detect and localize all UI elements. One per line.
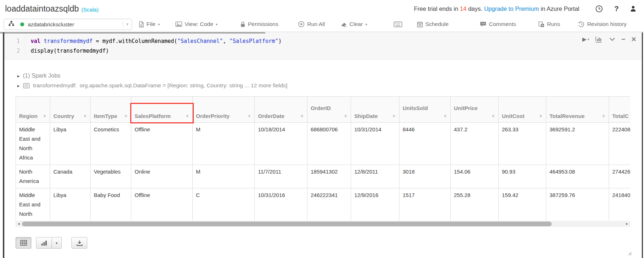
sort-arrow-icon[interactable]: ▼ xyxy=(311,113,348,119)
sort-arrow-icon[interactable]: ▼ xyxy=(124,113,128,119)
shortcuts-button[interactable] xyxy=(394,21,405,27)
trial-prefix: Free trial ends in xyxy=(414,5,460,12)
revision-history-button[interactable]: Revision history xyxy=(578,21,626,27)
column-header-unitcost[interactable]: UnitCost▼ xyxy=(499,97,546,123)
column-header-shipdate[interactable]: ShipDate▼ xyxy=(351,97,399,123)
user-icon[interactable] xyxy=(630,5,637,12)
caret-down-icon: ▾ xyxy=(56,241,57,245)
comments-button[interactable]: Comments xyxy=(480,21,516,27)
revision-history-label: Revision history xyxy=(587,21,626,27)
notebook-language: (Scala) xyxy=(82,6,99,13)
table-cell: 3018 xyxy=(399,165,451,188)
chart-view-button[interactable] xyxy=(36,237,52,249)
sort-arrow-icon[interactable]: ▼ xyxy=(539,113,543,119)
scrollbar-thumb[interactable] xyxy=(22,222,552,226)
sort-arrow-icon[interactable]: ▼ xyxy=(247,113,251,119)
clock-icon[interactable] xyxy=(595,5,603,13)
column-header-region[interactable]: Region▼ xyxy=(16,97,50,123)
column-header-unitssold[interactable]: UnitsSold▼ xyxy=(399,97,451,123)
permissions-label: Permissions xyxy=(248,21,278,27)
help-icon[interactable]: ? xyxy=(614,5,619,13)
caret-down-icon: ▾ xyxy=(588,38,590,41)
column-header-orderpriority[interactable]: OrderPriority▼ xyxy=(193,97,255,123)
permissions-button[interactable]: Permissions xyxy=(240,21,278,27)
table-cell: Cosmetics xyxy=(91,123,131,165)
table-cell: 263.33 xyxy=(499,123,546,165)
run-cell-button[interactable]: ▶▾ xyxy=(582,36,589,43)
table-cell: 1517 xyxy=(399,188,451,221)
trial-suffix: in Azure Portal xyxy=(539,5,579,12)
table-view-button[interactable] xyxy=(16,237,31,249)
sort-arrow-icon[interactable]: ▼ xyxy=(83,113,87,119)
chevron-down-icon: ▾ xyxy=(126,22,128,27)
file-menu-label: File xyxy=(146,21,155,27)
table-cell: Online xyxy=(131,165,193,188)
spark-jobs-toggle[interactable]: ▸ (1) Spark Jobs xyxy=(17,73,642,79)
bar-chart-icon[interactable] xyxy=(595,36,603,43)
sort-arrow-icon[interactable]: ▼ xyxy=(392,113,396,119)
column-header-label: ItemType xyxy=(94,113,117,119)
column-header-label: OrderPriority xyxy=(196,113,229,119)
clear-menu[interactable]: Clear ▾ xyxy=(341,21,367,27)
column-header-totalc[interactable]: TotalC xyxy=(609,97,631,123)
dataframe-toggle[interactable]: ▸ transformedmydf: org.apache.spark.sql.… xyxy=(17,82,642,89)
runs-button[interactable]: Runs xyxy=(538,21,560,27)
scroll-right-icon[interactable]: ► xyxy=(624,221,630,227)
caret-down-icon: ▾ xyxy=(158,22,160,26)
results-table-container: Region▼Country▼ItemType▼SalesPlatform▼Or… xyxy=(16,96,630,221)
close-icon[interactable]: × xyxy=(631,37,636,42)
upgrade-premium-link[interactable]: Upgrade to Premium xyxy=(484,5,539,12)
resize-handle[interactable] xyxy=(627,250,632,257)
chart-options-button[interactable]: ▾ xyxy=(52,237,62,249)
sort-arrow-icon[interactable]: ▼ xyxy=(601,113,606,119)
column-header-orderdate[interactable]: OrderDate▼ xyxy=(255,97,307,123)
column-header-label: UnitsSold xyxy=(403,105,428,111)
code-editor[interactable]: 1val transformedmydf = mydf.withColumnRe… xyxy=(4,32,642,60)
table-cell: Middle East and North Africa xyxy=(16,188,50,221)
image-icon xyxy=(175,21,182,27)
sort-arrow-icon[interactable]: ▼ xyxy=(403,113,447,119)
horizontal-scrollbar[interactable]: ◄ ► xyxy=(16,221,630,227)
download-button[interactable] xyxy=(71,237,87,249)
table-cell: 274426 xyxy=(609,165,631,188)
code-line[interactable]: 2display(transformedmydf) xyxy=(4,46,642,56)
column-header-country[interactable]: Country▼ xyxy=(50,97,91,123)
cluster-name: azdatabrickscluster xyxy=(28,21,123,27)
table-cell: 437.2 xyxy=(451,123,499,165)
table-cell: 12/8/2011 xyxy=(351,165,399,188)
table-cell: 8446 xyxy=(399,123,451,165)
column-header-salesplatform[interactable]: SalesPlatform▼ xyxy=(131,97,193,123)
run-all-button[interactable]: Run All xyxy=(298,21,325,27)
table-cell: 387259.76 xyxy=(546,188,609,221)
view-menu-label: View: Code xyxy=(185,21,213,27)
table-cell: Vegetables xyxy=(91,165,131,188)
file-icon xyxy=(139,21,144,27)
column-header-itemtype[interactable]: ItemType▼ xyxy=(91,97,131,123)
sort-arrow-icon[interactable]: ▼ xyxy=(454,113,495,119)
code-line[interactable]: 1val transformedmydf = mydf.withColumnRe… xyxy=(4,36,642,46)
calendar-icon xyxy=(417,21,423,27)
chevron-down-icon[interactable] xyxy=(609,38,615,41)
cluster-selector[interactable]: azdatabrickscluster ▾ xyxy=(4,19,132,30)
column-header-totalrevenue[interactable]: TotalRevenue▼ xyxy=(546,97,609,123)
trial-banner: Free trial ends in 14 days. Upgrade to P… xyxy=(414,5,579,12)
view-menu[interactable]: View: Code ▾ xyxy=(175,21,218,27)
column-header-unitprice[interactable]: UnitPrice▼ xyxy=(451,97,499,123)
history-icon xyxy=(578,21,584,27)
line-number: 2 xyxy=(4,46,25,56)
sort-arrow-icon[interactable]: ▼ xyxy=(43,113,47,119)
expand-triangle-icon: ▸ xyxy=(17,73,20,79)
table-cell: 159.42 xyxy=(499,188,546,221)
chart-button-group: ▾ xyxy=(36,237,62,249)
dataframe-schema-text: transformedmydf: org.apache.spark.sql.Da… xyxy=(33,82,288,89)
file-menu[interactable]: File ▾ xyxy=(139,21,160,27)
schedule-button[interactable]: Schedule xyxy=(417,21,449,27)
cluster-status-dot xyxy=(20,22,24,26)
scroll-left-icon[interactable]: ◄ xyxy=(16,221,22,227)
sort-arrow-icon[interactable]: ▼ xyxy=(185,113,189,119)
scrollbar-track[interactable] xyxy=(22,221,624,227)
table-grid-icon xyxy=(20,240,27,246)
minimize-icon[interactable]: − xyxy=(621,35,625,43)
column-header-orderid[interactable]: OrderID▼ xyxy=(307,97,351,123)
sort-arrow-icon[interactable]: ▼ xyxy=(300,113,304,119)
